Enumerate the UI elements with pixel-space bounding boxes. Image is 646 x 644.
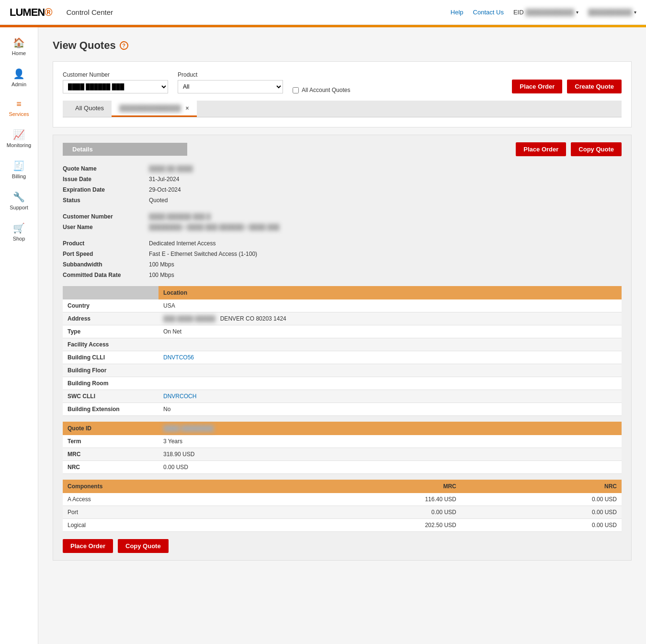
product-group: Product All Dedicated Internet Access Et… — [178, 71, 283, 93]
product-select[interactable]: All Dedicated Internet Access Ethernet V… — [178, 80, 283, 93]
table-row: Type On Net — [63, 325, 622, 338]
place-order-button-top[interactable]: Place Order — [512, 80, 562, 93]
field-label-status: Status — [63, 197, 149, 204]
location-col-header: Location — [159, 286, 622, 299]
customer-number-label: Customer Number — [63, 71, 168, 78]
sidebar-item-monitoring[interactable]: 📈 Monitoring — [0, 124, 38, 153]
product-label: Product — [178, 71, 283, 78]
account-value: ██████████ — [588, 9, 632, 16]
detail-fields: Quote Name ████ ██ ████ Issue Date 31-Ju… — [63, 163, 622, 280]
table-row: Facility Access — [63, 338, 622, 351]
components-table: Components MRC NRC A Access 116.40 USD 0… — [63, 480, 622, 532]
field-committed-data-rate: Committed Data Rate 100 Mbps — [63, 270, 622, 280]
contact-link[interactable]: Contact Us — [473, 9, 504, 16]
account-chevron-icon[interactable]: ▾ — [634, 10, 636, 15]
location-label-facility-access: Facility Access — [63, 338, 159, 351]
location-value-facility-access — [159, 338, 622, 351]
customer-number-select[interactable]: ████ ██████ ███ — [63, 80, 168, 93]
field-port-speed: Port Speed Fast E - Ethernet Switched Ac… — [63, 249, 622, 259]
field-value-subbandwidth: 100 Mbps — [149, 261, 174, 268]
eid-item: EID ███████████ ▾ — [513, 9, 578, 16]
field-label-quote-name: Quote Name — [63, 165, 149, 172]
field-subbandwidth: Subbandwidth 100 Mbps — [63, 259, 622, 270]
eid-chevron-icon[interactable]: ▾ — [576, 10, 578, 15]
customer-number-group: Customer Number ████ ██████ ███ — [63, 71, 168, 93]
quote-value-term: 3 Years — [159, 435, 622, 448]
field-value-committed-data-rate: 100 Mbps — [149, 272, 174, 278]
location-value-country: USA — [159, 299, 622, 312]
table-row: MRC 318.90 USD — [63, 448, 622, 461]
page-title-row: View Quotes ? — [53, 39, 632, 52]
details-panel: Details Place Order Copy Quote Quote Nam… — [53, 135, 632, 561]
sidebar-label-admin: Admin — [11, 81, 26, 87]
table-row: Logical 202.50 USD 0.00 USD — [63, 519, 622, 532]
copy-quote-button-details[interactable]: Copy Quote — [571, 142, 622, 156]
quote-value-mrc: 318.90 USD — [159, 448, 622, 461]
field-quote-name: Quote Name ████ ██ ████ — [63, 163, 622, 174]
comp-mrc-port: 0.00 USD — [271, 506, 461, 519]
all-account-quotes-label: All Account Quotes — [302, 87, 350, 93]
table-row: Building Extension No — [63, 403, 622, 416]
sidebar-item-billing[interactable]: 🧾 Billing — [0, 155, 38, 184]
sidebar-item-home[interactable]: 🏠 Home — [0, 32, 38, 61]
location-label-building-room: Building Room — [63, 377, 159, 390]
location-col-label — [63, 286, 159, 299]
all-account-quotes-checkbox[interactable] — [293, 87, 299, 93]
location-value-building-clli: DNVTCO56 — [159, 351, 622, 364]
help-icon[interactable]: ? — [120, 41, 128, 50]
comp-nrc-logical: 0.00 USD — [461, 519, 622, 532]
table-row: Term 3 Years — [63, 435, 622, 448]
copy-quote-button-bottom[interactable]: Copy Quote — [118, 539, 169, 553]
field-label-port-speed: Port Speed — [63, 251, 149, 257]
create-quote-button[interactable]: Create Quote — [567, 80, 622, 93]
sidebar-label-services: Services — [9, 111, 29, 117]
sidebar-label-billing: Billing — [12, 173, 26, 179]
all-account-quotes-row: All Account Quotes — [293, 87, 350, 93]
tab-all-quotes[interactable]: All Quotes — [68, 101, 112, 117]
field-value-customer-number: ████ ██████ ███ █ — [149, 213, 211, 220]
sidebar: 🏠 Home 👤 Admin ≡ Services 📈 Monitoring 🧾… — [0, 27, 38, 644]
location-value-swc-clli: DNVRCOCH — [159, 390, 622, 403]
details-header: Details Place Order Copy Quote — [63, 142, 622, 156]
field-label-user-name: User Name — [63, 224, 149, 230]
location-label-building-extension: Building Extension — [63, 403, 159, 416]
location-label-swc-clli: SWC CLLI — [63, 390, 159, 403]
sidebar-item-services[interactable]: ≡ Services — [0, 94, 38, 122]
sidebar-item-shop[interactable]: 🛒 Shop — [0, 218, 38, 246]
sidebar-item-admin[interactable]: 👤 Admin — [0, 63, 38, 92]
location-label-country: Country — [63, 299, 159, 312]
field-value-user-name: ████████@████ ███ ██████@████ ███ — [149, 224, 279, 230]
sidebar-label-monitoring: Monitoring — [7, 142, 31, 148]
nav-title: Control Center — [66, 8, 450, 16]
page-title: View Quotes — [53, 39, 116, 52]
location-table: Location Country USA Address ███ ████ ██… — [63, 286, 622, 416]
place-order-button-bottom[interactable]: Place Order — [63, 539, 113, 553]
quote-label-term: Term — [63, 435, 159, 448]
components-col-component: Components — [63, 480, 271, 493]
components-col-mrc: MRC — [271, 480, 461, 493]
help-link[interactable]: Help — [451, 9, 464, 16]
location-value-building-floor — [159, 364, 622, 377]
tab-active[interactable]: ██████████████ × — [112, 101, 197, 117]
filter-actions: Place Order Create Quote — [512, 80, 622, 93]
tabs-bar: All Quotes ██████████████ × — [63, 101, 622, 117]
field-value-status: Quoted — [149, 197, 168, 204]
field-value-quote-name: ████ ██ ████ — [149, 165, 193, 172]
table-row: SWC CLLI DNVRCOCH — [63, 390, 622, 403]
location-value-address: ███ ████ █████ DENVER CO 80203 1424 — [159, 312, 622, 325]
comp-label-logical: Logical — [63, 519, 271, 532]
field-label-committed-data-rate: Committed Data Rate — [63, 272, 149, 278]
details-buttons: Place Order Copy Quote — [516, 142, 622, 156]
place-order-button-details[interactable]: Place Order — [516, 142, 566, 156]
tab-close-icon[interactable]: × — [186, 105, 189, 112]
sidebar-item-support[interactable]: 🔧 Support — [0, 186, 38, 215]
services-icon: ≡ — [16, 99, 22, 109]
field-label-product: Product — [63, 240, 149, 247]
table-row: Building Floor — [63, 364, 622, 377]
quote-id-col1-header: Quote ID — [63, 422, 159, 435]
location-label-building-clli: Building CLLI — [63, 351, 159, 364]
quote-label-mrc: MRC — [63, 448, 159, 461]
field-label-subbandwidth: Subbandwidth — [63, 261, 149, 268]
quote-value-nrc: 0.00 USD — [159, 461, 622, 474]
nav-right: Help Contact Us EID ███████████ ▾ ██████… — [451, 9, 636, 16]
